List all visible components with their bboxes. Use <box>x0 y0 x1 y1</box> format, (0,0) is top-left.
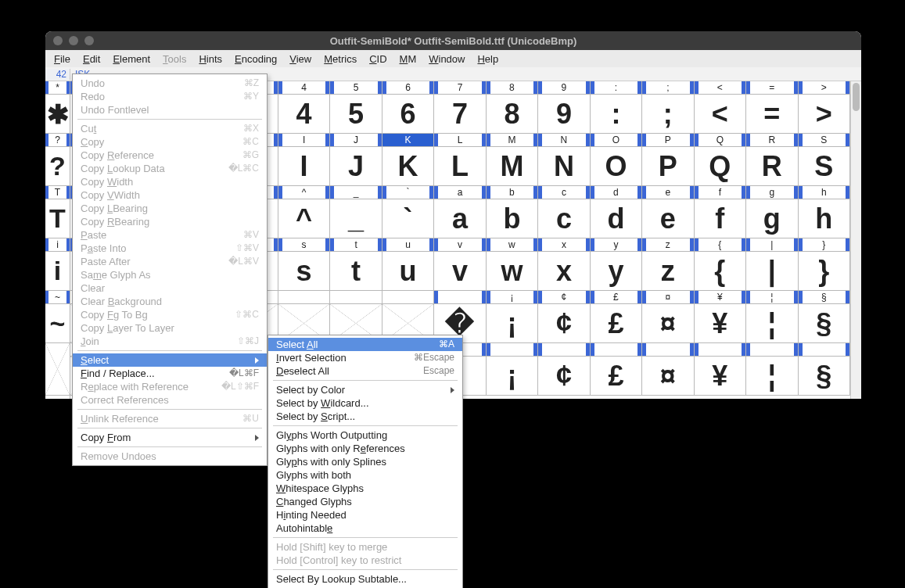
menu-item[interactable]: Select by Wildcard... <box>268 396 462 410</box>
menu-item[interactable]: Glyphs with only Splines <box>268 455 462 468</box>
glyph-cell[interactable]: RR <box>746 134 798 186</box>
glyph-cell[interactable]: >> <box>799 81 850 134</box>
glyph-cell[interactable]: == <box>746 81 798 134</box>
glyph-cell[interactable]: ww <box>487 238 538 291</box>
menu-item[interactable]: Copy From <box>73 431 267 444</box>
glyph-cell[interactable]: ¤ <box>642 343 694 396</box>
menu-item[interactable]: Autohintable <box>268 522 462 535</box>
glyph-cell[interactable]: ¥ <box>695 343 746 396</box>
menu-file[interactable]: File <box>48 52 76 66</box>
glyph-cell[interactable]: 66 <box>382 81 434 134</box>
glyph-cell[interactable]: xx <box>538 238 590 291</box>
glyph-cell[interactable]: bb <box>487 186 538 238</box>
glyph-cell[interactable]: ¦¦ <box>746 291 798 343</box>
menu-item[interactable]: Find / Replace...�L⌘F <box>73 367 267 380</box>
glyph-cell[interactable]: __ <box>330 186 382 238</box>
menu-hints[interactable]: Hints <box>193 52 228 66</box>
side-row[interactable] <box>45 343 70 396</box>
menu-window[interactable]: Window <box>423 52 470 66</box>
glyph-cell[interactable]: cc <box>538 186 590 238</box>
menu-encoding[interactable]: Encoding <box>229 52 282 66</box>
menu-edit[interactable]: Edit <box>77 52 106 66</box>
menu-item[interactable]: Invert Selection⌘Escape <box>268 351 462 364</box>
zoom-icon[interactable] <box>84 36 94 45</box>
glyph-cell[interactable]: 55 <box>330 81 382 134</box>
menu-element[interactable]: Element <box>107 52 156 66</box>
menu-mm[interactable]: MM <box>394 52 422 66</box>
menu-item[interactable]: Select By Lookup Subtable... <box>268 572 462 586</box>
menu-item[interactable]: Select All⌘A <box>268 338 462 351</box>
glyph-cell[interactable]: ¡ <box>487 343 538 396</box>
menu-item[interactable]: Changed Glyphs <box>268 495 462 508</box>
menu-view[interactable]: View <box>284 52 317 66</box>
glyph-cell[interactable]: 77 <box>434 81 486 134</box>
glyph-cell[interactable]: aa <box>434 186 486 238</box>
side-row[interactable]: TT <box>45 186 70 238</box>
glyph-cell[interactable]: vv <box>434 238 486 291</box>
side-row[interactable]: ?? <box>45 134 70 186</box>
menu-item[interactable]: Select by Script... <box>268 410 462 423</box>
menu-tools[interactable]: Tools <box>157 52 192 66</box>
glyph-cell[interactable]: << <box>695 81 746 134</box>
glyph-cell[interactable]: dd <box>591 186 642 238</box>
scrollbar[interactable] <box>850 81 861 399</box>
glyph-cell[interactable]: uu <box>382 238 434 291</box>
glyph-cell[interactable]: zz <box>642 238 694 291</box>
glyph-cell[interactable]: ee <box>642 186 694 238</box>
menu-item[interactable]: Hinting Needed <box>268 508 462 522</box>
glyph-cell[interactable]: § <box>799 343 850 396</box>
scroll-thumb[interactable] <box>853 83 860 111</box>
menu-item[interactable]: Deselect AllEscape <box>268 364 462 378</box>
glyph-cell[interactable]: ¢ <box>538 343 590 396</box>
glyph-cell[interactable]: ¢¢ <box>538 291 590 343</box>
edit-menu[interactable]: Undo⌘ZRedo⌘YUndo FontlevelCut⌘XCopy⌘CCop… <box>72 74 268 466</box>
glyph-cell[interactable]: ¦ <box>746 343 798 396</box>
side-row[interactable]: ~~ <box>45 291 70 343</box>
glyph-cell[interactable]: ¥¥ <box>695 291 746 343</box>
menu-cid[interactable]: CID <box>364 52 392 66</box>
menu-item[interactable]: Glyphs with both <box>268 468 462 482</box>
glyph-cell[interactable]: ^^ <box>278 186 330 238</box>
glyph-cell[interactable]: JJ <box>330 134 382 186</box>
glyph-index[interactable]: 42 <box>45 69 70 80</box>
glyph-cell[interactable]: §§ <box>799 291 850 343</box>
close-icon[interactable] <box>53 36 63 45</box>
glyph-cell[interactable]: QQ <box>695 134 746 186</box>
glyph-cell[interactable]: gg <box>746 186 798 238</box>
select-submenu[interactable]: Select All⌘AInvert Selection⌘EscapeDesel… <box>268 335 463 588</box>
glyph-cell[interactable]: tt <box>330 238 382 291</box>
menu-metrics[interactable]: Metrics <box>318 52 362 66</box>
glyph-cell[interactable]: 44 <box>278 81 330 134</box>
glyph-cell[interactable]: }} <box>799 238 850 291</box>
glyph-cell[interactable]: || <box>746 238 798 291</box>
glyph-cell[interactable]: II <box>278 134 330 186</box>
side-row[interactable]: ii <box>45 238 70 291</box>
side-row[interactable]: *✱ <box>45 81 70 134</box>
glyph-cell[interactable]: £ <box>591 343 642 396</box>
glyph-cell[interactable]: KK <box>382 134 434 186</box>
glyph-cell[interactable]: 99 <box>538 81 590 134</box>
glyph-cell[interactable]: ;; <box>642 81 694 134</box>
glyph-cell[interactable]: ss <box>278 238 330 291</box>
glyph-cell[interactable]: SS <box>799 134 850 186</box>
menu-item[interactable]: Glyphs with only References <box>268 442 462 455</box>
glyph-cell[interactable]: hh <box>799 186 850 238</box>
glyph-cell[interactable]: :: <box>591 81 642 134</box>
menu-item[interactable]: Select by Color <box>268 383 462 396</box>
glyph-cell[interactable]: ff <box>695 186 746 238</box>
glyph-cell[interactable]: MM <box>487 134 538 186</box>
glyph-cell[interactable]: NN <box>538 134 590 186</box>
glyph-cell[interactable]: OO <box>591 134 642 186</box>
glyph-cell[interactable]: ¡¡ <box>487 291 538 343</box>
glyph-cell[interactable]: LL <box>434 134 486 186</box>
menu-item[interactable]: Whitespace Glyphs <box>268 482 462 495</box>
menu-help[interactable]: Help <box>472 52 504 66</box>
minimize-icon[interactable] <box>69 36 78 45</box>
glyph-cell[interactable]: ¤¤ <box>642 291 694 343</box>
glyph-cell[interactable]: 88 <box>487 81 538 134</box>
glyph-cell[interactable]: yy <box>591 238 642 291</box>
glyph-cell[interactable]: {{ <box>695 238 746 291</box>
glyph-cell[interactable]: ££ <box>591 291 642 343</box>
glyph-cell[interactable]: PP <box>642 134 694 186</box>
menu-item[interactable]: Select <box>73 353 267 367</box>
